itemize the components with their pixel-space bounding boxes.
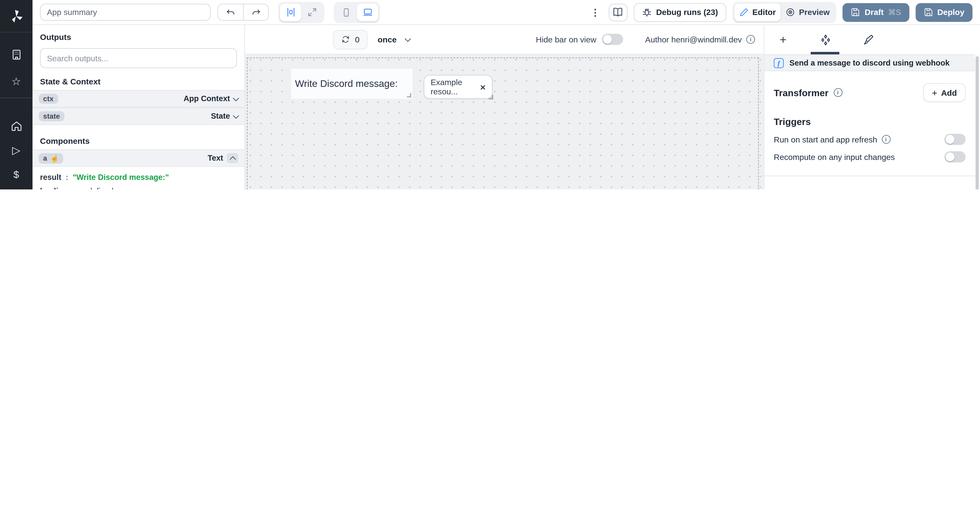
add-transformer-button[interactable]: +Add	[923, 83, 966, 102]
rail-divider	[0, 97, 32, 98]
editor-preview-group: Editor Preview	[732, 2, 837, 23]
workspace-icon[interactable]	[0, 45, 32, 64]
center-area: 0 once Hide bar on view Author henri@win…	[245, 25, 764, 189]
outputs-panel: Outputs Search outputs... State & Contex…	[32, 25, 245, 189]
preview-tab[interactable]: Preview	[781, 3, 835, 21]
deploy-button[interactable]: Deploy	[915, 3, 972, 22]
resize-handle[interactable]	[407, 93, 411, 97]
clear-selection-icon[interactable]: ×	[480, 82, 486, 92]
triggers-title: Triggers	[774, 116, 811, 127]
state-context-title: State & Context	[32, 75, 244, 90]
info-icon[interactable]: i	[746, 35, 755, 44]
context-row-ctx[interactable]: ctxApp Context	[32, 90, 244, 108]
centered-layout-toggle[interactable]	[280, 3, 301, 21]
favorites-icon[interactable]: ☆	[0, 72, 32, 91]
context-list: ctxApp ContextstateState	[32, 90, 244, 125]
home-icon[interactable]	[0, 116, 32, 135]
resize-handle[interactable]	[488, 95, 493, 99]
run-on-start-toggle[interactable]	[944, 134, 966, 145]
fullscreen-layout-toggle[interactable]	[301, 3, 323, 21]
mobile-view-toggle[interactable]	[336, 3, 357, 21]
app-canvas[interactable]: Write Discord message: Example resou... …	[245, 54, 764, 189]
layout-toggle-group	[278, 2, 325, 23]
top-toolbar: App summary ⋮ Debug runs (23) Editor	[32, 0, 980, 25]
trigger1-label: Run on start and app refresh	[774, 135, 877, 144]
right-panel-tabs: +	[764, 25, 975, 54]
runs-icon[interactable]: ▷	[0, 141, 32, 159]
insert-component-tab[interactable]: +	[775, 27, 792, 52]
refresh-mode-select[interactable]: once	[378, 35, 410, 44]
hide-bar-label: Hide bar on view	[536, 35, 597, 44]
hand-pointer-icon: ☝	[50, 154, 59, 162]
context-row-state[interactable]: stateState	[32, 108, 244, 125]
info-icon[interactable]: i	[834, 88, 842, 97]
resource-select-component[interactable]: Example resou... ×	[424, 75, 493, 99]
text-component-value: Write Discord message:	[291, 78, 398, 89]
components-title: Components	[32, 125, 244, 149]
more-menu-icon[interactable]: ⋮	[590, 6, 600, 18]
desktop-view-toggle[interactable]	[357, 3, 378, 21]
text-component-cell[interactable]: Write Discord message:	[291, 69, 412, 99]
function-icon: f	[774, 58, 784, 68]
undo-redo-group	[218, 4, 269, 21]
runnable-header: f Send a message to discord using webhoo…	[764, 54, 975, 71]
info-icon[interactable]: i	[881, 135, 890, 144]
undo-button[interactable]	[218, 4, 243, 20]
app-summary-input[interactable]: App summary	[40, 4, 210, 21]
chevron-down-icon	[404, 35, 410, 41]
draft-button[interactable]: Draft⌘S	[843, 3, 909, 22]
canvas-toolbar: 0 once Hide bar on view Author henri@win…	[245, 25, 764, 54]
trigger2-label: Recompute on any input changes	[774, 152, 895, 162]
collapse-button[interactable]	[227, 153, 238, 163]
active-tab-underline	[811, 52, 839, 54]
hide-bar-toggle[interactable]	[602, 34, 624, 45]
nav-rail: ☆ ▷ $ ⚙	[0, 0, 32, 189]
recompute-toggle[interactable]	[944, 151, 966, 163]
editor-tab[interactable]: Editor	[734, 3, 781, 21]
right-panel-body: Transformer i +Add Triggers Run on start…	[764, 71, 975, 189]
billing-icon[interactable]: $	[0, 166, 32, 185]
author-label: Author henri@windmill.dev	[645, 35, 742, 44]
styling-tab[interactable]	[859, 27, 877, 52]
transformer-title: Transformer	[774, 87, 829, 98]
refresh-count-button[interactable]: 0	[333, 30, 368, 49]
redo-button[interactable]	[243, 4, 268, 20]
component-settings-panel: + f Send a message to discord using webh…	[764, 25, 975, 189]
app-editor-window: ☆ ▷ $ ⚙ App summary ⋮	[0, 0, 980, 189]
search-outputs-input[interactable]: Search outputs...	[40, 48, 237, 68]
debug-runs-button[interactable]: Debug runs (23)	[633, 3, 726, 22]
device-toggle-group	[334, 2, 380, 23]
components-list: a☝Textresult:"Write Discord message:"loa…	[32, 149, 244, 189]
docs-button[interactable]	[609, 3, 627, 21]
component-row-a[interactable]: a☝Text	[32, 149, 244, 167]
outputs-title: Outputs	[32, 25, 244, 46]
component-output-a: result:"Write Discord message:"loading:u…	[32, 167, 244, 189]
right-panel-scrollbar[interactable]	[975, 54, 980, 189]
windmill-logo[interactable]	[0, 0, 32, 32]
settings-tab-active[interactable]	[817, 27, 834, 52]
